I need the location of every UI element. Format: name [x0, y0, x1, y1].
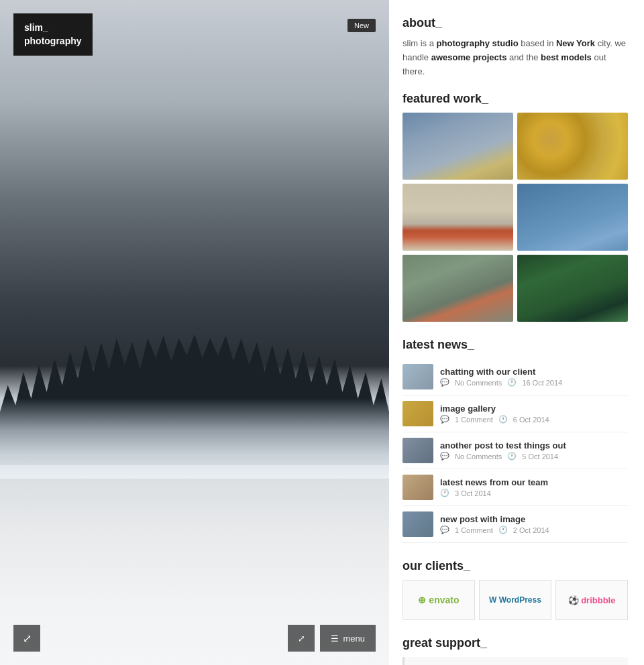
comment-icon-5: 💬: [440, 526, 449, 534]
news-meta-imagepost: 💬 1 Comment 🕐 2 Oct 2014: [440, 526, 628, 534]
news-date-gallery: 6 Oct 2014: [513, 416, 549, 424]
about-bold-models: best models: [541, 52, 592, 62]
news-date-imagepost: 2 Oct 2014: [513, 526, 549, 534]
about-title: about_: [402, 16, 628, 30]
featured-image-forest[interactable]: [517, 255, 628, 322]
comment-icon-2: 💬: [440, 415, 449, 424]
featured-image-logs[interactable]: [517, 113, 628, 180]
news-date-chat: 16 Oct 2014: [522, 379, 562, 387]
news-meta-gallery: 💬 1 Comment 🕐 6 Oct 2014: [440, 415, 628, 424]
clock-icon: 🕐: [507, 378, 517, 387]
news-content-chat: chatting with our client 💬 No Comments 🕐…: [440, 367, 628, 387]
clock-icon-4: 🕐: [440, 489, 449, 497]
news-content-newsupdate: latest news from our team 🕐 3 Oct 2014: [440, 477, 628, 497]
featured-image-tree[interactable]: [402, 184, 513, 251]
featured-section: featured work_: [402, 92, 628, 322]
expand-button[interactable]: ⤢: [13, 625, 40, 652]
news-thumb-chat: [402, 364, 433, 389]
news-meta-chat: 💬 No Comments 🕐 16 Oct 2014: [440, 378, 628, 387]
comment-icon-3: 💬: [440, 452, 449, 461]
hero-panel: slim_ photography New ⤢ ⤢ ☰ menu: [0, 0, 389, 665]
news-item-test[interactable]: another post to test things out 💬 No Com…: [402, 432, 628, 469]
news-meta-newsupdate: 🕐 3 Oct 2014: [440, 489, 628, 497]
news-comments-chat: No Comments: [455, 379, 502, 387]
bottom-right-controls: ⤢ ☰ menu: [288, 625, 376, 652]
news-title-imagepost: new post with image: [440, 514, 628, 524]
news-content-imagepost: new post with image 💬 1 Comment 🕐 2 Oct …: [440, 514, 628, 534]
news-thumb-newsupdate: [402, 475, 433, 500]
dribbble-wordmark: ⚽ dribbble: [568, 595, 616, 605]
share-icon: ⤢: [298, 633, 305, 644]
clients-grid: ⊕ envato W WordPress ⚽ dribbble: [402, 580, 628, 620]
news-thumb-imagepost: [402, 511, 433, 537]
news-title-chat: chatting with our client: [440, 367, 628, 377]
share-button[interactable]: ⤢: [288, 625, 315, 652]
new-badge: New: [347, 19, 376, 32]
wordpress-wordmark: W WordPress: [489, 595, 541, 605]
news-comments-imagepost: 1 Comment: [455, 526, 493, 534]
client-logo-wordpress[interactable]: W WordPress: [479, 580, 551, 620]
comment-icon: 💬: [440, 378, 449, 387]
news-date-test: 5 Oct 2014: [522, 452, 558, 461]
support-box: this theme includes support for issues a…: [402, 657, 628, 665]
news-content-gallery: image gallery 💬 1 Comment 🕐 6 Oct 2014: [440, 404, 628, 424]
support-title: great support_: [402, 636, 628, 650]
about-bold-photography: photography studio: [437, 38, 519, 48]
featured-grid: [402, 113, 628, 322]
news-thumb-test: [402, 438, 433, 463]
client-logo-envato[interactable]: ⊕ envato: [402, 580, 475, 620]
news-title: latest news_: [402, 338, 628, 352]
about-bold-newyork: New York: [556, 38, 595, 48]
featured-image-coastal[interactable]: [402, 113, 513, 180]
news-meta-test: 💬 No Comments 🕐 5 Oct 2014: [440, 452, 628, 461]
news-title-gallery: image gallery: [440, 404, 628, 414]
hero-image: [0, 0, 389, 665]
menu-icon: ☰: [331, 633, 339, 644]
clock-icon-5: 🕐: [498, 526, 508, 534]
envato-wordmark: ⊕ envato: [418, 595, 459, 605]
menu-button[interactable]: ☰ menu: [320, 625, 376, 652]
support-section: great support_ this theme includes suppo…: [402, 636, 628, 665]
news-comments-test: No Comments: [455, 452, 502, 461]
news-section: latest news_ chatting with our client 💬 …: [402, 338, 628, 543]
featured-image-whale[interactable]: [517, 184, 628, 251]
about-text: slim is a photography studio based in Ne…: [402, 37, 628, 78]
news-item-newsupdate[interactable]: latest news from our team 🕐 3 Oct 2014: [402, 469, 628, 506]
news-item-gallery[interactable]: image gallery 💬 1 Comment 🕐 6 Oct 2014: [402, 396, 628, 432]
news-content-test: another post to test things out 💬 No Com…: [440, 440, 628, 461]
menu-label: menu: [343, 633, 365, 644]
news-comments-gallery: 1 Comment: [455, 416, 493, 424]
about-section: about_ slim is a photography studio base…: [402, 16, 628, 78]
news-date-newsupdate: 3 Oct 2014: [455, 489, 491, 497]
news-title-test: another post to test things out: [440, 440, 628, 450]
clock-icon-2: 🕐: [498, 415, 508, 424]
news-title-newsupdate: latest news from our team: [440, 477, 628, 487]
right-panel: about_ slim is a photography studio base…: [389, 0, 644, 665]
clients-section: our clients_ ⊕ envato W WordPress ⚽ drib…: [402, 559, 628, 620]
featured-title: featured work_: [402, 92, 628, 106]
clock-icon-3: 🕐: [507, 452, 517, 461]
news-item-chat[interactable]: chatting with our client 💬 No Comments 🕐…: [402, 359, 628, 396]
about-bold-awesome: awesome projects: [431, 52, 507, 62]
logo-line1: slim_: [24, 22, 48, 33]
clients-title: our clients_: [402, 559, 628, 573]
logo-line2: photography: [24, 36, 82, 46]
news-thumb-gallery: [402, 401, 433, 426]
client-logo-dribbble[interactable]: ⚽ dribbble: [555, 580, 628, 620]
logo[interactable]: slim_ photography: [13, 13, 93, 56]
news-item-imagepost[interactable]: new post with image 💬 1 Comment 🕐 2 Oct …: [402, 506, 628, 543]
expand-icon: ⤢: [23, 632, 32, 645]
featured-image-woman[interactable]: [402, 255, 513, 322]
